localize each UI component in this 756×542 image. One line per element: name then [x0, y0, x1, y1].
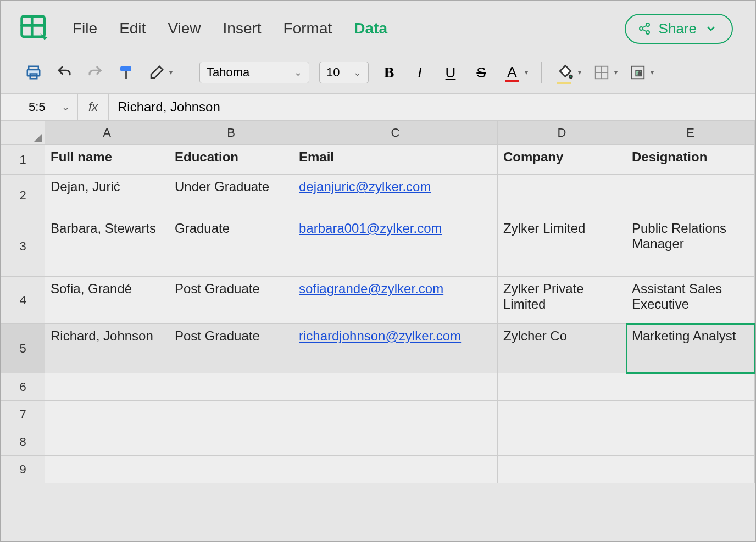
cell-C8[interactable] [293, 428, 498, 456]
email-link[interactable]: dejanjuric@zylker.com [299, 179, 431, 194]
cell-E7[interactable] [626, 401, 755, 428]
cell-B8[interactable] [169, 428, 293, 456]
name-box[interactable]: 5:5 ⌄ [1, 94, 78, 120]
formula-input[interactable] [109, 94, 755, 120]
cell-A2[interactable]: Dejan, Jurić [45, 175, 169, 216]
cell-D9[interactable] [498, 456, 626, 483]
cell-C2[interactable]: dejanjuric@zylker.com [293, 175, 498, 216]
cell-B4[interactable]: Post Graduate [169, 277, 293, 324]
font-size-select[interactable]: 10 ⌄ [319, 62, 369, 83]
menu-items: File Edit View Insert Format Data [73, 20, 603, 37]
cell-E3[interactable]: Public Relations Manager [626, 216, 755, 277]
separator [186, 62, 186, 83]
cell-E9[interactable] [626, 456, 755, 483]
underline-icon[interactable]: U [440, 62, 461, 83]
email-link[interactable]: barbara001@zylker.com [299, 221, 442, 236]
share-label: Share [659, 20, 697, 37]
share-button[interactable]: Share [625, 14, 733, 44]
cell-D4[interactable]: Zylker Private Limited [498, 277, 626, 324]
col-header-A[interactable]: A [45, 121, 169, 145]
row-header-7[interactable]: 7 [1, 401, 45, 428]
fill-color-button[interactable]: ▾ [555, 62, 581, 83]
menu-insert[interactable]: Insert [223, 20, 262, 37]
cell-A1[interactable]: Full name [45, 145, 169, 175]
cell-E1[interactable]: Designation [626, 145, 755, 175]
font-select[interactable]: Tahoma ⌄ [199, 62, 309, 83]
select-all-corner[interactable] [1, 121, 45, 145]
cell-B1[interactable]: Education [169, 145, 293, 175]
cell-C5[interactable]: richardjohnson@zylker.com [293, 324, 498, 373]
col-header-C[interactable]: C [293, 121, 498, 145]
cell-A5[interactable]: Richard, Johnson [45, 324, 169, 373]
menu-data[interactable]: Data [354, 20, 387, 37]
row-header-5[interactable]: 5 [1, 324, 45, 373]
cell-B5[interactable]: Post Graduate [169, 324, 293, 373]
cell-B3[interactable]: Graduate [169, 216, 293, 277]
cell-D1[interactable]: Company [498, 145, 626, 175]
email-link[interactable]: sofiagrande@zylker.com [299, 281, 443, 297]
cell-E2[interactable] [626, 175, 755, 216]
cell-B9[interactable] [169, 456, 293, 483]
strikethrough-icon[interactable]: S [471, 62, 492, 83]
cell-D6[interactable] [498, 373, 626, 401]
row-header-9[interactable]: 9 [1, 456, 45, 483]
eraser-button[interactable]: ▾ [146, 62, 173, 83]
bold-icon[interactable]: B [379, 62, 399, 83]
col-header-D[interactable]: D [498, 121, 626, 145]
table-row: 1 Full name Education Email Company Desi… [1, 145, 755, 175]
row-header-4[interactable]: 4 [1, 277, 45, 324]
menu-edit[interactable]: Edit [119, 20, 146, 37]
name-box-value: 5:5 [29, 100, 46, 114]
cell-C4[interactable]: sofiagrande@zylker.com [293, 277, 498, 324]
cell-C9[interactable] [293, 456, 498, 483]
cell-C7[interactable] [293, 401, 498, 428]
cell-E4[interactable]: Assistant Sales Executive [626, 277, 755, 324]
format-painter-icon[interactable] [115, 62, 136, 83]
cell-D8[interactable] [498, 428, 626, 456]
cell-A6[interactable] [45, 373, 169, 401]
col-header-E[interactable]: E [626, 121, 755, 145]
cell-E8[interactable] [626, 428, 755, 456]
cell-A3[interactable]: Barbara, Stewarts [45, 216, 169, 277]
svg-rect-12 [125, 71, 127, 79]
row-header-8[interactable]: 8 [1, 428, 45, 456]
undo-icon[interactable] [54, 62, 75, 83]
cell-E5[interactable]: Marketing Analyst [626, 324, 755, 373]
row-header-6[interactable]: 6 [1, 373, 45, 401]
menu-view[interactable]: View [168, 20, 201, 37]
cell-B2[interactable]: Under Graduate [169, 175, 293, 216]
chevron-down-icon [704, 22, 718, 35]
cell-B7[interactable] [169, 401, 293, 428]
cell-B6[interactable] [169, 373, 293, 401]
menu-format[interactable]: Format [284, 20, 332, 37]
cell-A4[interactable]: Sofia, Grandé [45, 277, 169, 324]
borders-button[interactable]: ▾ [591, 62, 618, 83]
print-icon[interactable] [23, 62, 44, 83]
fx-label[interactable]: fx [78, 94, 109, 120]
cell-style-button[interactable]: a ▾ [627, 62, 654, 83]
cell-D3[interactable]: Zylker Limited [498, 216, 626, 277]
italic-icon[interactable]: I [409, 62, 430, 83]
menu-file[interactable]: File [73, 20, 97, 37]
svg-line-6 [642, 26, 646, 28]
svg-point-13 [570, 75, 572, 78]
cell-D7[interactable] [498, 401, 626, 428]
cell-D2[interactable] [498, 175, 626, 216]
cell-A7[interactable] [45, 401, 169, 428]
row-header-2[interactable]: 2 [1, 175, 45, 216]
svg-point-5 [646, 31, 649, 34]
cell-C1[interactable]: Email [293, 145, 498, 175]
cell-D5[interactable]: Zylcher Co [498, 324, 626, 373]
cell-E6[interactable] [626, 373, 755, 401]
cell-A9[interactable] [45, 456, 169, 483]
cell-C6[interactable] [293, 373, 498, 401]
row-header-3[interactable]: 3 [1, 216, 45, 277]
cell-A8[interactable] [45, 428, 169, 456]
formula-bar: 5:5 ⌄ fx [1, 93, 755, 121]
app-logo-icon [18, 12, 51, 45]
row-header-1[interactable]: 1 [1, 145, 45, 175]
font-color-button[interactable]: A ▾ [502, 62, 528, 83]
email-link[interactable]: richardjohnson@zylker.com [299, 328, 461, 344]
cell-C3[interactable]: barbara001@zylker.com [293, 216, 498, 277]
col-header-B[interactable]: B [169, 121, 293, 145]
